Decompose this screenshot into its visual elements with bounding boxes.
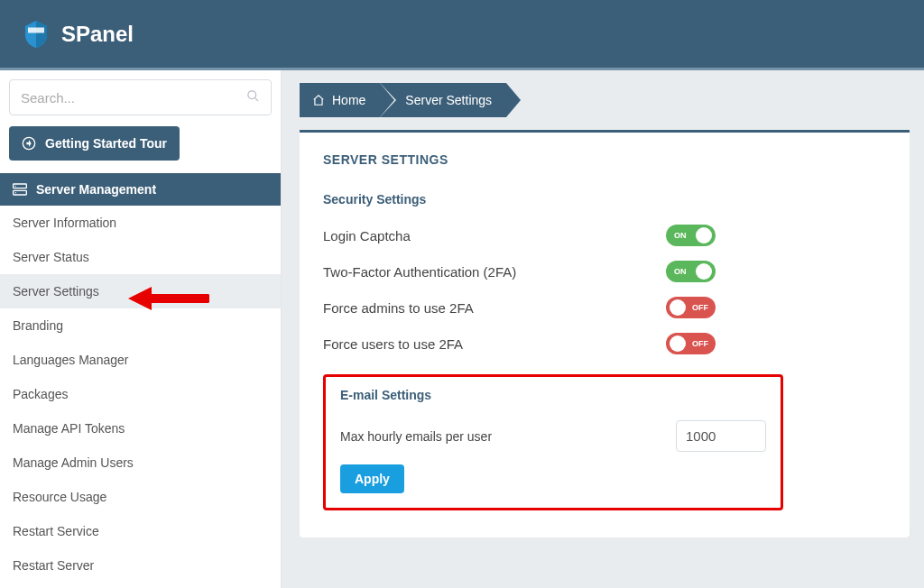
search-input[interactable] — [21, 90, 246, 106]
sidebar-item-label: Server Status — [13, 250, 89, 264]
svg-point-0 — [248, 91, 256, 99]
tour-label: Getting Started Tour — [45, 136, 167, 151]
toggle-text: OFF — [692, 303, 708, 312]
breadcrumb-current-label: Server Settings — [405, 93, 492, 107]
panel-title: SERVER SETTINGS — [323, 152, 886, 167]
setting-label: Max hourly emails per user — [340, 429, 492, 444]
sidebar: Getting Started Tour Server Management S… — [0, 70, 282, 588]
app-header: SPanel — [0, 0, 924, 70]
sidebar-item-branding[interactable]: Branding — [0, 308, 281, 343]
setting-row-force-users-2fa: Force users to use 2FA OFF — [323, 326, 886, 362]
breadcrumb-current[interactable]: Server Settings — [380, 83, 506, 117]
toggle-text: ON — [674, 267, 687, 276]
search-icon — [246, 89, 260, 106]
sidebar-item-restart-server[interactable]: Restart Server — [0, 548, 281, 583]
nav-section-label: Server Management — [36, 182, 156, 197]
apply-button[interactable]: Apply — [340, 464, 404, 493]
sidebar-item-label: Resource Usage — [13, 490, 106, 504]
home-icon — [312, 94, 325, 106]
breadcrumb-home-label: Home — [332, 93, 365, 107]
toggle-force-users-2fa[interactable]: OFF — [666, 333, 716, 354]
nav: Server Management Server Information Ser… — [9, 173, 272, 583]
toggle-knob — [670, 335, 686, 352]
setting-row-force-admins-2fa: Force admins to use 2FA OFF — [323, 289, 886, 326]
app-name: SPanel — [61, 22, 134, 47]
sidebar-item-packages[interactable]: Packages — [0, 377, 281, 411]
sidebar-item-server-status[interactable]: Server Status — [0, 240, 281, 274]
sidebar-item-label: Server Information — [13, 216, 116, 230]
setting-row-2fa: Two-Factor Authentication (2FA) ON — [323, 253, 886, 289]
toggle-text: ON — [674, 231, 687, 240]
svg-point-5 — [15, 186, 16, 187]
search-box[interactable] — [9, 79, 272, 115]
setting-label: Two-Factor Authentication (2FA) — [323, 264, 666, 280]
nav-section-header[interactable]: Server Management — [0, 173, 281, 206]
sidebar-item-label: Packages — [13, 387, 68, 401]
max-hourly-emails-input[interactable] — [676, 420, 766, 452]
toggle-2fa[interactable]: ON — [666, 261, 716, 282]
setting-row-login-captcha: Login Captcha ON — [323, 217, 886, 253]
sidebar-item-label: Languages Manager — [13, 353, 128, 367]
breadcrumb: Home Server Settings — [300, 83, 910, 117]
getting-started-tour-button[interactable]: Getting Started Tour — [9, 126, 180, 161]
toggle-knob — [696, 227, 712, 243]
svg-line-1 — [254, 97, 258, 101]
setting-label: Force users to use 2FA — [323, 336, 666, 352]
setting-row-max-hourly-emails: Max hourly emails per user — [340, 413, 766, 464]
sidebar-item-label: Server Settings — [13, 284, 99, 299]
settings-panel: SERVER SETTINGS Security Settings Login … — [300, 130, 910, 537]
sidebar-item-resource-usage[interactable]: Resource Usage — [0, 480, 281, 514]
sidebar-item-label: Branding — [13, 318, 63, 333]
setting-label: Force admins to use 2FA — [323, 300, 666, 316]
sidebar-item-server-settings[interactable]: Server Settings — [0, 274, 281, 308]
security-section-title: Security Settings — [323, 192, 886, 207]
sidebar-item-manage-admin-users[interactable]: Manage Admin Users — [0, 446, 281, 480]
breadcrumb-home[interactable]: Home — [300, 83, 380, 117]
sidebar-item-manage-api-tokens[interactable]: Manage API Tokens — [0, 411, 281, 446]
logo: SPanel — [20, 18, 134, 51]
sidebar-item-label: Manage Admin Users — [13, 455, 134, 470]
toggle-text: OFF — [692, 339, 708, 348]
sidebar-item-server-information[interactable]: Server Information — [0, 206, 281, 240]
rocket-icon — [22, 136, 36, 151]
setting-label: Login Captcha — [323, 228, 666, 243]
email-section-title: E-mail Settings — [340, 388, 766, 402]
sidebar-item-restart-service[interactable]: Restart Service — [0, 514, 281, 548]
sidebar-item-label: Restart Server — [13, 558, 94, 573]
toggle-knob — [696, 263, 712, 280]
content-area: Home Server Settings SERVER SETTINGS Sec… — [282, 70, 924, 588]
server-icon — [13, 183, 27, 196]
svg-point-6 — [15, 192, 16, 193]
toggle-login-captcha[interactable]: ON — [666, 225, 716, 246]
spanel-logo-icon — [20, 18, 52, 51]
sidebar-item-label: Manage API Tokens — [13, 421, 125, 436]
sidebar-item-languages-manager[interactable]: Languages Manager — [0, 343, 281, 377]
toggle-knob — [670, 299, 686, 316]
email-settings-highlight: E-mail Settings Max hourly emails per us… — [323, 374, 783, 510]
toggle-force-admins-2fa[interactable]: OFF — [666, 297, 716, 318]
sidebar-item-label: Restart Service — [13, 524, 99, 538]
